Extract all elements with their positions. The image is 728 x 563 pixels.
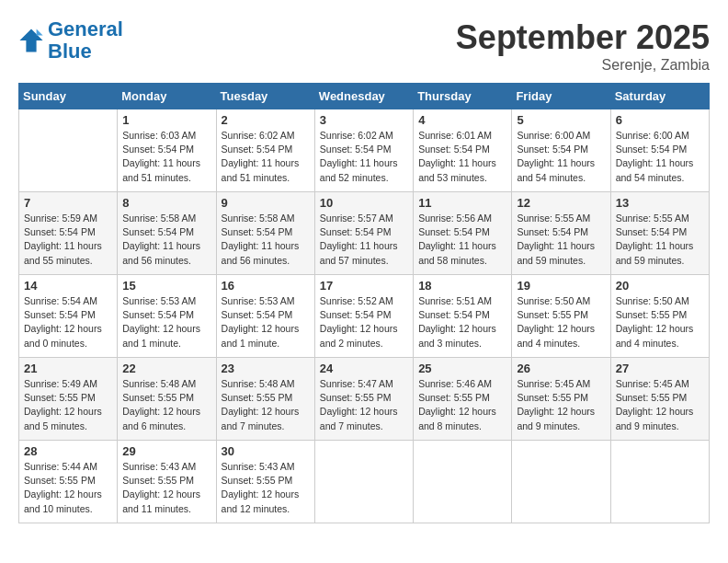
day-number: 13	[616, 196, 704, 210]
day-number: 10	[320, 196, 408, 210]
logo-general: General	[48, 17, 123, 40]
day-info: Sunrise: 6:02 AMSunset: 5:54 PMDaylight:…	[222, 129, 310, 185]
day-number: 3	[320, 113, 408, 127]
day-info: Sunrise: 6:00 AMSunset: 5:54 PMDaylight:…	[616, 129, 704, 185]
location: Serenje, Zambia	[456, 57, 710, 74]
day-info: Sunrise: 5:58 AMSunset: 5:54 PMDaylight:…	[222, 212, 310, 268]
day-cell: 7Sunrise: 5:59 AMSunset: 5:54 PMDaylight…	[19, 192, 118, 275]
logo-blue: Blue	[48, 40, 92, 63]
day-number: 11	[418, 196, 506, 210]
day-number: 30	[222, 444, 310, 458]
day-cell: 27Sunrise: 5:45 AMSunset: 5:55 PMDayligh…	[610, 358, 709, 441]
day-cell: 19Sunrise: 5:50 AMSunset: 5:55 PMDayligh…	[512, 275, 610, 358]
day-number: 6	[616, 113, 704, 127]
day-cell: 25Sunrise: 5:46 AMSunset: 5:55 PMDayligh…	[414, 358, 512, 441]
day-info: Sunrise: 5:51 AMSunset: 5:54 PMDaylight:…	[418, 294, 506, 350]
day-info: Sunrise: 5:59 AMSunset: 5:54 PMDaylight:…	[24, 212, 112, 268]
day-info: Sunrise: 5:54 AMSunset: 5:54 PMDaylight:…	[24, 294, 112, 350]
week-row-3: 14Sunrise: 5:54 AMSunset: 5:54 PMDayligh…	[19, 275, 710, 358]
day-cell	[512, 441, 610, 523]
header-tuesday: Tuesday	[216, 84, 314, 109]
day-info: Sunrise: 5:47 AMSunset: 5:55 PMDaylight:…	[320, 377, 408, 433]
day-cell: 9Sunrise: 5:58 AMSunset: 5:54 PMDaylight…	[216, 192, 314, 275]
day-cell: 23Sunrise: 5:48 AMSunset: 5:55 PMDayligh…	[216, 358, 314, 441]
day-cell: 24Sunrise: 5:47 AMSunset: 5:55 PMDayligh…	[314, 358, 413, 441]
day-cell: 1Sunrise: 6:03 AMSunset: 5:54 PMDaylight…	[118, 109, 216, 192]
day-cell: 10Sunrise: 5:57 AMSunset: 5:54 PMDayligh…	[314, 192, 413, 275]
day-cell: 28Sunrise: 5:44 AMSunset: 5:55 PMDayligh…	[19, 441, 118, 523]
day-cell: 5Sunrise: 6:00 AMSunset: 5:54 PMDaylight…	[512, 109, 610, 192]
day-cell: 30Sunrise: 5:43 AMSunset: 5:55 PMDayligh…	[216, 441, 314, 523]
day-number: 22	[122, 362, 210, 375]
day-number: 15	[122, 279, 210, 293]
day-number: 9	[222, 196, 310, 210]
day-cell: 13Sunrise: 5:55 AMSunset: 5:54 PMDayligh…	[610, 192, 709, 275]
day-number: 14	[24, 279, 112, 293]
day-number: 23	[222, 362, 310, 375]
day-cell: 21Sunrise: 5:49 AMSunset: 5:55 PMDayligh…	[19, 358, 118, 441]
day-info: Sunrise: 6:02 AMSunset: 5:54 PMDaylight:…	[320, 129, 408, 185]
day-cell: 16Sunrise: 5:53 AMSunset: 5:54 PMDayligh…	[216, 275, 314, 358]
day-number: 26	[517, 362, 605, 375]
day-cell: 12Sunrise: 5:55 AMSunset: 5:54 PMDayligh…	[512, 192, 610, 275]
day-cell: 4Sunrise: 6:01 AMSunset: 5:54 PMDaylight…	[414, 109, 512, 192]
day-number: 17	[320, 279, 408, 293]
day-info: Sunrise: 5:46 AMSunset: 5:55 PMDaylight:…	[418, 377, 506, 433]
day-info: Sunrise: 5:52 AMSunset: 5:54 PMDaylight:…	[320, 294, 408, 350]
day-number: 7	[24, 196, 112, 210]
week-row-5: 28Sunrise: 5:44 AMSunset: 5:55 PMDayligh…	[19, 441, 710, 523]
day-cell: 3Sunrise: 6:02 AMSunset: 5:54 PMDaylight…	[314, 109, 413, 192]
day-cell: 20Sunrise: 5:50 AMSunset: 5:55 PMDayligh…	[610, 275, 709, 358]
header-wednesday: Wednesday	[314, 84, 413, 109]
day-cell: 26Sunrise: 5:45 AMSunset: 5:55 PMDayligh…	[512, 358, 610, 441]
week-row-4: 21Sunrise: 5:49 AMSunset: 5:55 PMDayligh…	[19, 358, 710, 441]
day-info: Sunrise: 5:53 AMSunset: 5:54 PMDaylight:…	[222, 294, 310, 350]
logo: General Blue	[18, 18, 123, 63]
header-monday: Monday	[118, 84, 216, 109]
day-number: 27	[616, 362, 704, 375]
day-cell: 15Sunrise: 5:53 AMSunset: 5:54 PMDayligh…	[118, 275, 216, 358]
day-info: Sunrise: 5:43 AMSunset: 5:55 PMDaylight:…	[222, 460, 310, 516]
day-info: Sunrise: 6:01 AMSunset: 5:54 PMDaylight:…	[418, 129, 506, 185]
day-info: Sunrise: 6:00 AMSunset: 5:54 PMDaylight:…	[517, 129, 605, 185]
day-number: 1	[122, 113, 210, 127]
day-cell: 18Sunrise: 5:51 AMSunset: 5:54 PMDayligh…	[414, 275, 512, 358]
day-info: Sunrise: 5:48 AMSunset: 5:55 PMDaylight:…	[122, 377, 210, 433]
day-number: 19	[517, 279, 605, 293]
day-info: Sunrise: 5:45 AMSunset: 5:55 PMDaylight:…	[517, 377, 605, 433]
day-number: 2	[222, 113, 310, 127]
page-header: General Blue September 2025 Serenje, Zam…	[18, 18, 710, 74]
day-cell	[610, 441, 709, 523]
day-info: Sunrise: 5:48 AMSunset: 5:55 PMDaylight:…	[222, 377, 310, 433]
calendar-table: SundayMondayTuesdayWednesdayThursdayFrid…	[18, 83, 710, 523]
day-number: 4	[418, 113, 506, 127]
month-title: September 2025	[456, 18, 710, 57]
logo-icon	[18, 28, 44, 53]
day-info: Sunrise: 5:49 AMSunset: 5:55 PMDaylight:…	[24, 377, 112, 433]
day-number: 24	[320, 362, 408, 375]
svg-marker-1	[37, 29, 43, 36]
day-cell	[414, 441, 512, 523]
day-cell: 11Sunrise: 5:56 AMSunset: 5:54 PMDayligh…	[414, 192, 512, 275]
day-info: Sunrise: 5:57 AMSunset: 5:54 PMDaylight:…	[320, 212, 408, 268]
day-info: Sunrise: 6:03 AMSunset: 5:54 PMDaylight:…	[122, 129, 210, 185]
day-cell: 14Sunrise: 5:54 AMSunset: 5:54 PMDayligh…	[19, 275, 118, 358]
day-info: Sunrise: 5:58 AMSunset: 5:54 PMDaylight:…	[122, 212, 210, 268]
day-info: Sunrise: 5:53 AMSunset: 5:54 PMDaylight:…	[122, 294, 210, 350]
title-block: September 2025 Serenje, Zambia	[456, 18, 710, 74]
header-saturday: Saturday	[610, 84, 709, 109]
day-info: Sunrise: 5:55 AMSunset: 5:54 PMDaylight:…	[517, 212, 605, 268]
day-cell	[314, 441, 413, 523]
day-cell	[19, 109, 118, 192]
day-info: Sunrise: 5:45 AMSunset: 5:55 PMDaylight:…	[616, 377, 704, 433]
day-number: 16	[222, 279, 310, 293]
day-cell: 17Sunrise: 5:52 AMSunset: 5:54 PMDayligh…	[314, 275, 413, 358]
day-number: 29	[122, 444, 210, 458]
day-info: Sunrise: 5:55 AMSunset: 5:54 PMDaylight:…	[616, 212, 704, 268]
day-cell: 2Sunrise: 6:02 AMSunset: 5:54 PMDaylight…	[216, 109, 314, 192]
day-number: 25	[418, 362, 506, 375]
day-cell: 8Sunrise: 5:58 AMSunset: 5:54 PMDaylight…	[118, 192, 216, 275]
day-number: 8	[122, 196, 210, 210]
day-number: 5	[517, 113, 605, 127]
header-row: SundayMondayTuesdayWednesdayThursdayFrid…	[19, 84, 710, 109]
